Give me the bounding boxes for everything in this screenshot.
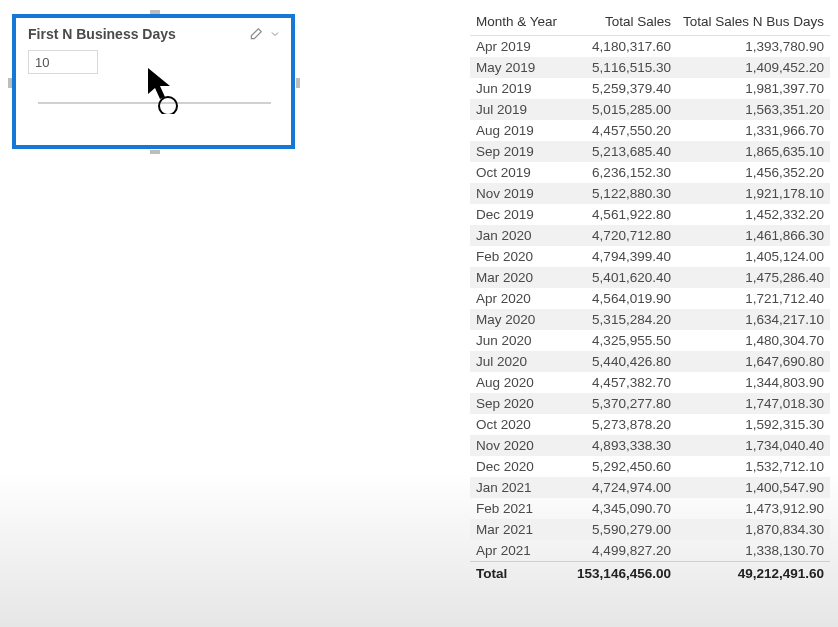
cell-total-sales-n: 1,461,866.30 xyxy=(677,225,830,246)
cell-total-sales: 4,720,712.80 xyxy=(571,225,677,246)
col-total-sales-n[interactable]: Total Sales N Bus Days xyxy=(677,10,830,36)
slicer-value-input[interactable] xyxy=(28,50,98,74)
cell-period: Jun 2020 xyxy=(470,330,571,351)
svg-marker-0 xyxy=(148,68,170,99)
cell-period: Sep 2019 xyxy=(470,141,571,162)
table-row[interactable]: Aug 20204,457,382.701,344,803.90 xyxy=(470,372,830,393)
cell-total-sales: 5,122,880.30 xyxy=(571,183,677,204)
cell-total-sales-n: 1,475,286.40 xyxy=(677,267,830,288)
slicer-card[interactable]: First N Business Days xyxy=(12,14,295,149)
cell-total-sales-n: 1,647,690.80 xyxy=(677,351,830,372)
table-row[interactable]: Apr 20214,499,827.201,338,130.70 xyxy=(470,540,830,562)
cell-total-sales-n: 1,734,040.40 xyxy=(677,435,830,456)
cell-period: Dec 2020 xyxy=(470,456,571,477)
cell-total-sales-n: 1,921,178.10 xyxy=(677,183,830,204)
cell-total-sales: 5,440,426.80 xyxy=(571,351,677,372)
cell-total-sales-n: 1,480,304.70 xyxy=(677,330,830,351)
cell-total-sales: 4,457,550.20 xyxy=(571,120,677,141)
cell-total-sales-n: 1,981,397.70 xyxy=(677,78,830,99)
cell-total-sales-n: 1,338,130.70 xyxy=(677,540,830,562)
cell-total-sales: 5,370,277.80 xyxy=(571,393,677,414)
cell-total-sales-n: 1,747,018.30 xyxy=(677,393,830,414)
table-row[interactable]: Aug 20194,457,550.201,331,966.70 xyxy=(470,120,830,141)
eraser-icon[interactable] xyxy=(249,27,263,41)
cell-total-sales: 5,213,685.40 xyxy=(571,141,677,162)
slicer-slider-track[interactable] xyxy=(38,102,271,104)
chevron-down-icon[interactable] xyxy=(269,28,281,40)
table-row[interactable]: Jul 20195,015,285.001,563,351.20 xyxy=(470,99,830,120)
table-row[interactable]: Jul 20205,440,426.801,647,690.80 xyxy=(470,351,830,372)
cell-total-sales-n: 1,592,315.30 xyxy=(677,414,830,435)
cell-period: Apr 2020 xyxy=(470,288,571,309)
cell-period: May 2020 xyxy=(470,309,571,330)
table-row[interactable]: Sep 20195,213,685.401,865,635.10 xyxy=(470,141,830,162)
cell-total-sales: 6,236,152.30 xyxy=(571,162,677,183)
svg-point-1 xyxy=(159,97,177,114)
resize-handle-right[interactable] xyxy=(296,78,300,88)
cell-period: Nov 2020 xyxy=(470,435,571,456)
table-row[interactable]: Mar 20205,401,620.401,475,286.40 xyxy=(470,267,830,288)
table-row[interactable]: Oct 20196,236,152.301,456,352.20 xyxy=(470,162,830,183)
cell-total-sales: 5,116,515.30 xyxy=(571,57,677,78)
cell-total-sales: 4,564,019.90 xyxy=(571,288,677,309)
sales-table: Month & Year Total Sales Total Sales N B… xyxy=(470,10,830,584)
table-row[interactable]: May 20195,116,515.301,409,452.20 xyxy=(470,57,830,78)
cursor-pointer-icon xyxy=(146,68,186,114)
cell-total-sales: 5,259,379.40 xyxy=(571,78,677,99)
cell-total-sales: 4,561,922.80 xyxy=(571,204,677,225)
table-row[interactable]: Jan 20214,724,974.001,400,547.90 xyxy=(470,477,830,498)
table-row[interactable]: Mar 20215,590,279.001,870,834.30 xyxy=(470,519,830,540)
cell-total-sales-n: 1,563,351.20 xyxy=(677,99,830,120)
cell-period: Jun 2019 xyxy=(470,78,571,99)
table-row[interactable]: Apr 20204,564,019.901,721,712.40 xyxy=(470,288,830,309)
cell-total-sales-n: 1,532,712.10 xyxy=(677,456,830,477)
table-row[interactable]: Nov 20204,893,338.301,734,040.40 xyxy=(470,435,830,456)
slicer-title: First N Business Days xyxy=(28,26,176,42)
table-row[interactable]: Nov 20195,122,880.301,921,178.10 xyxy=(470,183,830,204)
cell-total-sales-n: 1,634,217.10 xyxy=(677,309,830,330)
cell-period: Jul 2019 xyxy=(470,99,571,120)
cell-total-sales: 5,590,279.00 xyxy=(571,519,677,540)
cell-total-sales-n: 1,400,547.90 xyxy=(677,477,830,498)
cell-period: Apr 2021 xyxy=(470,540,571,562)
table-row[interactable]: Dec 20194,561,922.801,452,332.20 xyxy=(470,204,830,225)
cell-period: Oct 2019 xyxy=(470,162,571,183)
cell-total-sales: 5,292,450.60 xyxy=(571,456,677,477)
cell-total-sales: 4,180,317.60 xyxy=(571,36,677,58)
table-row[interactable]: May 20205,315,284.201,634,217.10 xyxy=(470,309,830,330)
cell-total-sales-n: 1,393,780.90 xyxy=(677,36,830,58)
table-row[interactable]: Dec 20205,292,450.601,532,712.10 xyxy=(470,456,830,477)
cell-period: Apr 2019 xyxy=(470,36,571,58)
cell-total-sales: 4,325,955.50 xyxy=(571,330,677,351)
resize-handle-bottom[interactable] xyxy=(150,150,160,154)
cell-total-sales: 5,315,284.20 xyxy=(571,309,677,330)
col-period[interactable]: Month & Year xyxy=(470,10,571,36)
total-sales: 153,146,456.00 xyxy=(571,562,677,585)
table-row[interactable]: Sep 20205,370,277.801,747,018.30 xyxy=(470,393,830,414)
cell-total-sales-n: 1,473,912.90 xyxy=(677,498,830,519)
cell-total-sales-n: 1,456,352.20 xyxy=(677,162,830,183)
col-total-sales[interactable]: Total Sales xyxy=(571,10,677,36)
cell-total-sales-n: 1,344,803.90 xyxy=(677,372,830,393)
cell-total-sales-n: 1,870,834.30 xyxy=(677,519,830,540)
cell-period: Oct 2020 xyxy=(470,414,571,435)
slicer-header: First N Business Days xyxy=(28,26,281,42)
total-sales-n: 49,212,491.60 xyxy=(677,562,830,585)
total-label: Total xyxy=(470,562,571,585)
table-row[interactable]: Oct 20205,273,878.201,592,315.30 xyxy=(470,414,830,435)
cell-period: Aug 2020 xyxy=(470,372,571,393)
table-row[interactable]: Jan 20204,720,712.801,461,866.30 xyxy=(470,225,830,246)
table-row[interactable]: Jun 20195,259,379.401,981,397.70 xyxy=(470,78,830,99)
cell-total-sales: 5,015,285.00 xyxy=(571,99,677,120)
cell-period: Jul 2020 xyxy=(470,351,571,372)
table-row[interactable]: Feb 20204,794,399.401,405,124.00 xyxy=(470,246,830,267)
table-row[interactable]: Feb 20214,345,090.701,473,912.90 xyxy=(470,498,830,519)
cell-period: Feb 2020 xyxy=(470,246,571,267)
cell-period: Aug 2019 xyxy=(470,120,571,141)
cell-total-sales-n: 1,405,124.00 xyxy=(677,246,830,267)
cell-total-sales-n: 1,452,332.20 xyxy=(677,204,830,225)
cell-total-sales: 4,724,974.00 xyxy=(571,477,677,498)
table-row[interactable]: Apr 20194,180,317.601,393,780.90 xyxy=(470,36,830,58)
cell-period: Nov 2019 xyxy=(470,183,571,204)
table-row[interactable]: Jun 20204,325,955.501,480,304.70 xyxy=(470,330,830,351)
